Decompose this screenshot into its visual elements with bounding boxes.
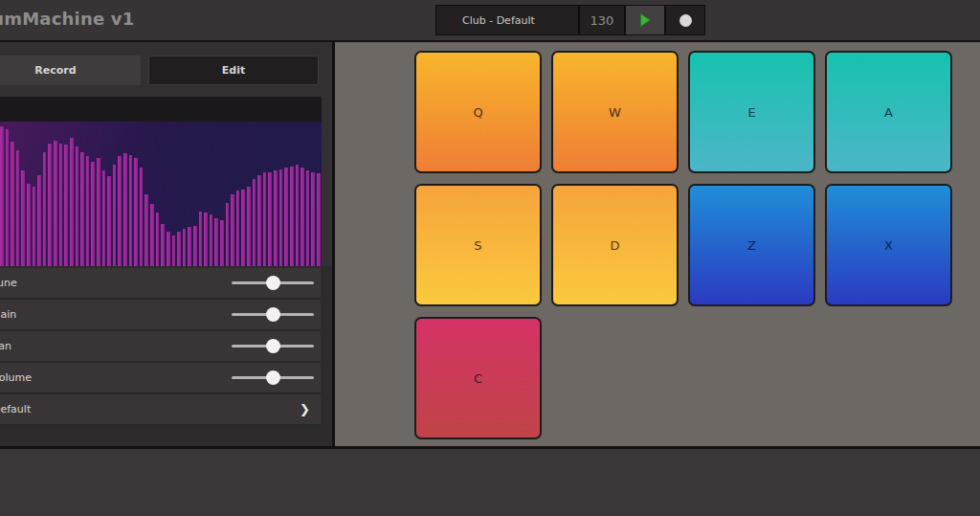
waveform-bar xyxy=(80,152,84,266)
waveform-bar xyxy=(21,170,25,266)
pad-d[interactable]: D xyxy=(551,184,679,306)
kit-select-row[interactable]: Default ❯ xyxy=(0,394,321,426)
waveform-bar xyxy=(317,173,321,266)
slider-label: Volume xyxy=(0,371,32,384)
tab-record[interactable]: Record xyxy=(0,56,141,85)
waveform-bar xyxy=(107,176,111,266)
waveform-bar xyxy=(0,126,4,266)
waveform-bar xyxy=(284,168,288,266)
pad-q[interactable]: Q xyxy=(414,51,542,173)
controls-section: TuneGainPanVolume Default ❯ xyxy=(0,266,332,446)
pad-c[interactable]: C xyxy=(414,317,542,439)
waveform-bar xyxy=(123,153,127,266)
preset-selector[interactable]: Club - Default xyxy=(436,6,578,34)
waveform-display xyxy=(0,97,322,266)
waveform-bar xyxy=(102,170,106,266)
waveform-bar xyxy=(253,179,256,266)
slider-label: Pan xyxy=(0,340,11,352)
waveform-bar xyxy=(140,168,144,266)
slider-thumb[interactable] xyxy=(266,307,280,322)
waveform-bar xyxy=(156,213,160,266)
slider-row-gain: Gain xyxy=(0,300,321,331)
waveform-bar xyxy=(193,226,197,266)
waveform-bar xyxy=(113,165,117,266)
record-button[interactable] xyxy=(666,6,704,34)
bpm-value: 130 xyxy=(590,13,614,28)
volume-slider[interactable] xyxy=(232,370,314,386)
tune-slider[interactable] xyxy=(232,275,314,291)
waveform-bar xyxy=(257,175,261,266)
waveform-bar xyxy=(172,236,176,266)
waveform-bar xyxy=(296,165,300,266)
waveform-canvas xyxy=(0,122,322,266)
tab-bar: RecordEdit xyxy=(0,56,319,85)
waveform-bar xyxy=(59,144,63,266)
waveform-bar xyxy=(27,184,31,266)
waveform-bar xyxy=(145,194,148,267)
waveform-bar xyxy=(118,156,122,266)
waveform-bar xyxy=(91,162,95,266)
slider-row-tune: Tune xyxy=(0,268,321,300)
waveform-bar xyxy=(306,170,310,266)
waveform-bar xyxy=(188,227,191,266)
waveform-bar xyxy=(48,144,52,266)
waveform-bar xyxy=(161,224,165,266)
bpm-display[interactable]: 130 xyxy=(580,6,624,34)
slider-thumb[interactable] xyxy=(266,370,280,385)
pad-x[interactable]: X xyxy=(825,184,952,306)
pad-grid: QWEASDZXC xyxy=(414,51,952,439)
waveform-bar xyxy=(183,229,187,266)
slider-thumb[interactable] xyxy=(266,339,280,353)
waveform-bar xyxy=(268,172,272,266)
preset-label: Club - Default xyxy=(462,14,535,27)
waveform-bar xyxy=(290,167,294,266)
pad-a[interactable]: A xyxy=(825,51,952,173)
pan-slider[interactable] xyxy=(232,338,314,354)
waveform-bar xyxy=(279,169,283,266)
app-viewport: DrumMachine v1 Club - Default 130 xyxy=(0,0,980,516)
waveform-bar xyxy=(16,150,20,266)
waveform-bar xyxy=(199,212,203,266)
gain-slider[interactable] xyxy=(232,306,314,323)
waveform-bar xyxy=(311,172,315,266)
waveform-bar xyxy=(54,141,57,266)
slider-list: TuneGainPanVolume xyxy=(0,268,332,394)
tab-edit[interactable]: Edit xyxy=(148,56,319,85)
waveform-bar xyxy=(226,203,230,266)
record-icon xyxy=(679,14,692,27)
content-area: RecordEdit TuneGainPanVolume Default ❯ Q… xyxy=(0,42,980,449)
pad-s[interactable]: S xyxy=(414,184,542,306)
slider-row-volume: Volume xyxy=(0,363,321,394)
waveform-bar xyxy=(263,172,267,266)
waveform-bar xyxy=(64,145,68,266)
slider-label: Gain xyxy=(0,308,16,321)
waveform-bar xyxy=(220,220,224,266)
transport-bar: Club - Default 130 xyxy=(435,5,705,35)
pad-z[interactable]: Z xyxy=(688,184,815,306)
pad-e[interactable]: E xyxy=(688,51,815,173)
slider-row-pan: Pan xyxy=(0,331,321,363)
waveform-bar xyxy=(129,155,133,266)
waveform-bar xyxy=(86,156,90,266)
waveform-bar xyxy=(37,175,41,266)
bottom-strip xyxy=(0,449,980,516)
play-button[interactable] xyxy=(626,6,664,34)
left-panel: RecordEdit TuneGainPanVolume Default ❯ xyxy=(0,42,335,446)
waveform-bar xyxy=(214,218,218,266)
header: DrumMachine v1 Club - Default 130 xyxy=(0,0,980,42)
pad-w[interactable]: W xyxy=(551,51,679,173)
slider-label: Tune xyxy=(0,277,17,289)
waveform-bar xyxy=(150,204,154,266)
waveform-bar xyxy=(274,170,278,266)
waveform-bar xyxy=(43,152,47,266)
pad-area: QWEASDZXC xyxy=(335,42,980,446)
slider-thumb[interactable] xyxy=(266,276,280,290)
waveform-bar xyxy=(97,158,100,266)
waveform-bar xyxy=(236,191,240,266)
waveform-bar xyxy=(76,146,79,266)
chevron-right-icon: ❯ xyxy=(300,402,310,416)
waveform-bars xyxy=(0,122,321,266)
waveform-bar xyxy=(70,138,74,266)
waveform-bar xyxy=(11,142,14,266)
waveform-bar xyxy=(134,158,138,266)
